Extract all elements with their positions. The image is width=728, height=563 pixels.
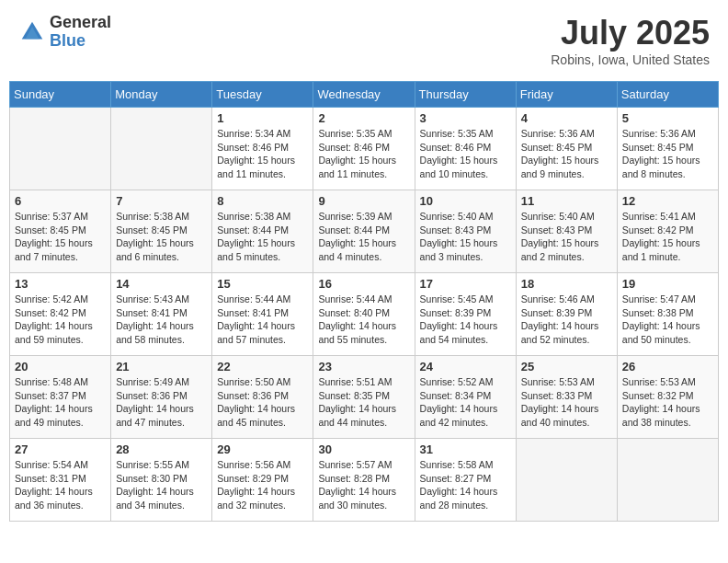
- day-number: 16: [318, 277, 409, 291]
- day-number: 12: [622, 194, 713, 208]
- calendar-day-cell: 16Sunrise: 5:44 AM Sunset: 8:40 PM Dayli…: [313, 273, 415, 356]
- day-number: 6: [15, 194, 106, 208]
- day-info: Sunrise: 5:53 AM Sunset: 8:32 PM Dayligh…: [622, 375, 713, 430]
- day-number: 8: [217, 194, 308, 208]
- calendar-day-cell: 7Sunrise: 5:38 AM Sunset: 8:45 PM Daylig…: [111, 190, 212, 273]
- calendar-day-cell: 26Sunrise: 5:53 AM Sunset: 8:32 PM Dayli…: [617, 356, 718, 439]
- day-number: 18: [521, 277, 612, 291]
- day-info: Sunrise: 5:48 AM Sunset: 8:37 PM Dayligh…: [15, 375, 106, 430]
- calendar-day-cell: 5Sunrise: 5:36 AM Sunset: 8:45 PM Daylig…: [617, 108, 718, 190]
- day-number: 3: [420, 111, 511, 125]
- calendar-day-cell: 20Sunrise: 5:48 AM Sunset: 8:37 PM Dayli…: [10, 356, 111, 439]
- calendar-week-row: 27Sunrise: 5:54 AM Sunset: 8:31 PM Dayli…: [10, 439, 719, 522]
- day-info: Sunrise: 5:35 AM Sunset: 8:46 PM Dayligh…: [420, 127, 511, 181]
- day-number: 27: [15, 442, 106, 456]
- day-info: Sunrise: 5:52 AM Sunset: 8:34 PM Dayligh…: [420, 375, 511, 430]
- day-number: 15: [217, 277, 308, 291]
- calendar-week-row: 13Sunrise: 5:42 AM Sunset: 8:42 PM Dayli…: [10, 273, 719, 356]
- day-number: 21: [116, 360, 207, 373]
- calendar-day-cell: 23Sunrise: 5:51 AM Sunset: 8:35 PM Dayli…: [313, 356, 415, 439]
- day-number: 17: [420, 277, 511, 291]
- logo-blue-text: Blue: [50, 32, 111, 51]
- calendar-day-cell: 2Sunrise: 5:35 AM Sunset: 8:46 PM Daylig…: [313, 108, 415, 190]
- day-number: 7: [116, 194, 207, 208]
- calendar-day-cell: [617, 439, 718, 522]
- day-number: 1: [217, 111, 308, 125]
- day-number: 9: [318, 194, 409, 208]
- day-number: 30: [318, 442, 409, 456]
- day-of-week-header: Friday: [516, 82, 617, 108]
- logo-general-text: General: [50, 14, 111, 32]
- calendar-day-cell: 31Sunrise: 5:58 AM Sunset: 8:27 PM Dayli…: [415, 439, 516, 522]
- calendar-day-cell: 6Sunrise: 5:37 AM Sunset: 8:45 PM Daylig…: [10, 190, 111, 273]
- day-info: Sunrise: 5:41 AM Sunset: 8:42 PM Dayligh…: [622, 210, 713, 264]
- day-of-week-header: Wednesday: [313, 82, 415, 108]
- calendar-day-cell: 13Sunrise: 5:42 AM Sunset: 8:42 PM Dayli…: [10, 273, 111, 356]
- logo-text: General Blue: [50, 14, 111, 51]
- calendar-day-cell: 12Sunrise: 5:41 AM Sunset: 8:42 PM Dayli…: [617, 190, 718, 273]
- day-info: Sunrise: 5:38 AM Sunset: 8:45 PM Dayligh…: [116, 210, 207, 264]
- day-of-week-header: Monday: [111, 82, 212, 108]
- day-number: 19: [622, 277, 713, 291]
- day-number: 10: [420, 194, 511, 208]
- day-number: 22: [217, 360, 308, 373]
- day-number: 31: [420, 442, 511, 456]
- calendar-day-cell: 10Sunrise: 5:40 AM Sunset: 8:43 PM Dayli…: [415, 190, 516, 273]
- day-info: Sunrise: 5:55 AM Sunset: 8:30 PM Dayligh…: [116, 458, 207, 512]
- day-info: Sunrise: 5:58 AM Sunset: 8:27 PM Dayligh…: [420, 458, 511, 512]
- logo-icon: [18, 18, 46, 46]
- calendar-day-cell: 17Sunrise: 5:45 AM Sunset: 8:39 PM Dayli…: [415, 273, 516, 356]
- calendar-header-row: SundayMondayTuesdayWednesdayThursdayFrid…: [10, 82, 719, 108]
- day-number: 28: [116, 442, 207, 456]
- calendar-day-cell: 8Sunrise: 5:38 AM Sunset: 8:44 PM Daylig…: [212, 190, 313, 273]
- day-number: 29: [217, 442, 308, 456]
- day-info: Sunrise: 5:49 AM Sunset: 8:36 PM Dayligh…: [116, 375, 207, 430]
- day-info: Sunrise: 5:40 AM Sunset: 8:43 PM Dayligh…: [521, 210, 612, 264]
- calendar-day-cell: 15Sunrise: 5:44 AM Sunset: 8:41 PM Dayli…: [212, 273, 313, 356]
- day-info: Sunrise: 5:34 AM Sunset: 8:46 PM Dayligh…: [217, 127, 308, 181]
- day-info: Sunrise: 5:36 AM Sunset: 8:45 PM Dayligh…: [622, 127, 713, 181]
- day-of-week-header: Saturday: [617, 82, 718, 108]
- day-info: Sunrise: 5:47 AM Sunset: 8:38 PM Dayligh…: [622, 293, 713, 347]
- day-of-week-header: Thursday: [415, 82, 516, 108]
- calendar-day-cell: 1Sunrise: 5:34 AM Sunset: 8:46 PM Daylig…: [212, 108, 313, 190]
- calendar-week-row: 1Sunrise: 5:34 AM Sunset: 8:46 PM Daylig…: [10, 108, 719, 190]
- day-number: 5: [622, 111, 713, 125]
- day-info: Sunrise: 5:37 AM Sunset: 8:45 PM Dayligh…: [15, 210, 106, 264]
- logo: General Blue: [18, 14, 111, 51]
- calendar-day-cell: 4Sunrise: 5:36 AM Sunset: 8:45 PM Daylig…: [516, 108, 617, 190]
- day-info: Sunrise: 5:43 AM Sunset: 8:41 PM Dayligh…: [116, 293, 207, 347]
- day-info: Sunrise: 5:42 AM Sunset: 8:42 PM Dayligh…: [15, 293, 106, 347]
- day-info: Sunrise: 5:50 AM Sunset: 8:36 PM Dayligh…: [217, 375, 308, 430]
- title-block: July 2025 Robins, Iowa, United States: [551, 14, 710, 67]
- calendar-day-cell: [10, 108, 111, 190]
- calendar-day-cell: 29Sunrise: 5:56 AM Sunset: 8:29 PM Dayli…: [212, 439, 313, 522]
- calendar-day-cell: [111, 108, 212, 190]
- calendar-table: SundayMondayTuesdayWednesdayThursdayFrid…: [9, 81, 719, 522]
- calendar-day-cell: 27Sunrise: 5:54 AM Sunset: 8:31 PM Dayli…: [10, 439, 111, 522]
- calendar-location: Robins, Iowa, United States: [551, 52, 710, 67]
- calendar-day-cell: 28Sunrise: 5:55 AM Sunset: 8:30 PM Dayli…: [111, 439, 212, 522]
- calendar-week-row: 20Sunrise: 5:48 AM Sunset: 8:37 PM Dayli…: [10, 356, 719, 439]
- day-number: 24: [420, 360, 511, 373]
- day-info: Sunrise: 5:53 AM Sunset: 8:33 PM Dayligh…: [521, 375, 612, 430]
- day-info: Sunrise: 5:36 AM Sunset: 8:45 PM Dayligh…: [521, 127, 612, 181]
- day-info: Sunrise: 5:44 AM Sunset: 8:41 PM Dayligh…: [217, 293, 308, 347]
- day-number: 13: [15, 277, 106, 291]
- calendar-day-cell: [516, 439, 617, 522]
- day-of-week-header: Tuesday: [212, 82, 313, 108]
- day-info: Sunrise: 5:44 AM Sunset: 8:40 PM Dayligh…: [318, 293, 409, 347]
- calendar-day-cell: 24Sunrise: 5:52 AM Sunset: 8:34 PM Dayli…: [415, 356, 516, 439]
- day-info: Sunrise: 5:39 AM Sunset: 8:44 PM Dayligh…: [318, 210, 409, 264]
- day-info: Sunrise: 5:54 AM Sunset: 8:31 PM Dayligh…: [15, 458, 106, 512]
- day-info: Sunrise: 5:45 AM Sunset: 8:39 PM Dayligh…: [420, 293, 511, 347]
- calendar-day-cell: 25Sunrise: 5:53 AM Sunset: 8:33 PM Dayli…: [516, 356, 617, 439]
- calendar-day-cell: 11Sunrise: 5:40 AM Sunset: 8:43 PM Dayli…: [516, 190, 617, 273]
- day-info: Sunrise: 5:38 AM Sunset: 8:44 PM Dayligh…: [217, 210, 308, 264]
- calendar-title: July 2025: [551, 14, 710, 52]
- calendar-day-cell: 21Sunrise: 5:49 AM Sunset: 8:36 PM Dayli…: [111, 356, 212, 439]
- day-info: Sunrise: 5:57 AM Sunset: 8:28 PM Dayligh…: [318, 458, 409, 512]
- calendar-week-row: 6Sunrise: 5:37 AM Sunset: 8:45 PM Daylig…: [10, 190, 719, 273]
- day-info: Sunrise: 5:40 AM Sunset: 8:43 PM Dayligh…: [420, 210, 511, 264]
- day-number: 14: [116, 277, 207, 291]
